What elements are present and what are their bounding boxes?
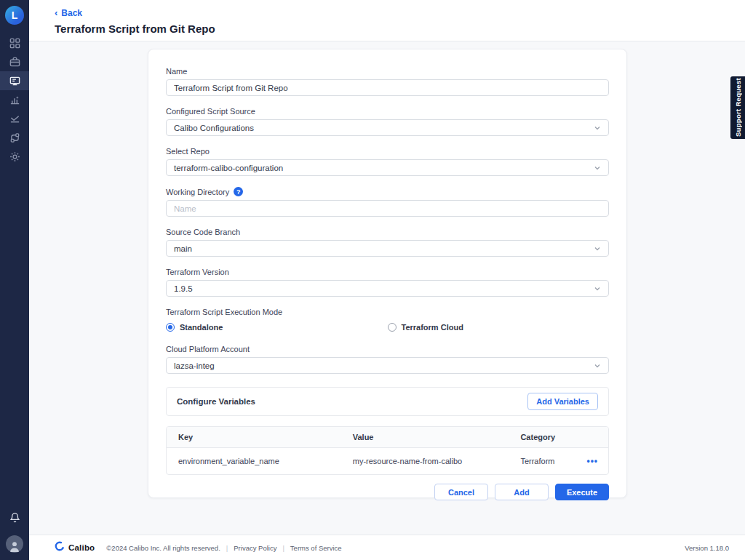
table-header-category: Category [509, 427, 575, 447]
app-logo-letter: L [12, 9, 18, 21]
terraform-version-value: 1.9.5 [174, 284, 193, 293]
radio-unselected-icon [388, 323, 397, 332]
cancel-button[interactable]: Cancel [434, 484, 488, 500]
cloud-account-select[interactable]: lazsa-integ [166, 357, 609, 374]
table-row: environment_variable_name my-resource-na… [167, 448, 608, 474]
help-icon[interactable]: ? [234, 187, 243, 196]
sidebar-item-apps[interactable] [0, 33, 29, 52]
name-label: Name [166, 67, 609, 76]
radio-standalone-label: Standalone [180, 323, 223, 332]
footer-separator: | [282, 544, 284, 552]
sidebar-item-settings[interactable] [0, 147, 29, 166]
chevron-down-icon [594, 124, 601, 132]
page-title: Terraform Script from Git Repo [55, 23, 745, 35]
cloud-account-label: Cloud Platform Account [166, 345, 609, 353]
integrations-flow-icon [9, 132, 20, 143]
script-source-label: Configured Script Source [166, 107, 609, 116]
sidebar-item-integrations[interactable] [0, 128, 29, 147]
support-request-label: Support Request [734, 78, 742, 137]
main-content: Name Configured Script Source Calibo Con… [29, 41, 745, 535]
table-header-key: Key [167, 427, 341, 447]
branch-select[interactable]: main [166, 240, 609, 257]
table-cell-category: Terraform [509, 449, 575, 473]
working-directory-input[interactable] [166, 200, 609, 217]
radio-standalone[interactable]: Standalone [166, 323, 388, 332]
back-button[interactable]: ‹ Back [55, 8, 82, 18]
name-input[interactable] [166, 79, 609, 96]
privacy-policy-link[interactable]: Privacy Policy [234, 544, 276, 552]
execution-mode-label: Terraform Script Execution Mode [166, 308, 609, 316]
configure-variables-section: Configure Variables Add Variables [166, 387, 609, 416]
form-card: Name Configured Script Source Calibo Con… [148, 49, 627, 498]
repo-label: Select Repo [166, 147, 609, 156]
execute-button[interactable]: Execute [555, 484, 609, 500]
table-header-actions [575, 431, 608, 443]
script-source-select[interactable]: Calibo Configurations [166, 119, 609, 136]
analytics-chart-icon [9, 95, 20, 105]
back-label: Back [61, 8, 82, 18]
repo-value: terraform-calibo-configuration [174, 164, 283, 172]
radio-terraform-cloud[interactable]: Terraform Cloud [388, 323, 610, 332]
sidebar-item-releases[interactable] [0, 109, 29, 128]
row-actions-menu-icon[interactable]: ••• [586, 456, 598, 466]
notifications-button[interactable] [0, 509, 29, 528]
sidebar-item-analytics[interactable] [0, 90, 29, 109]
page-footer: Calibo ©2024 Calibo Inc. All rights rese… [29, 535, 745, 560]
repo-select[interactable]: terraform-calibo-configuration [166, 159, 609, 176]
table-cell-value: my-resource-name-from-calibo [341, 449, 509, 473]
working-directory-label: Working Directory [166, 188, 229, 196]
branch-label: Source Code Branch [166, 228, 609, 236]
sidebar-item-projects[interactable] [0, 52, 29, 71]
terms-of-service-link[interactable]: Terms of Service [290, 544, 342, 552]
form-actions: Cancel Add Execute [166, 484, 609, 500]
workspace-monitor-icon [9, 76, 20, 87]
table-header-value: Value [341, 427, 509, 447]
chevron-down-icon [594, 285, 601, 292]
radio-terraform-cloud-label: Terraform Cloud [402, 323, 463, 332]
terraform-version-select[interactable]: 1.9.5 [166, 280, 609, 297]
terraform-version-label: Terraform Version [166, 268, 609, 276]
table-header-row: Key Value Category [167, 427, 608, 448]
script-source-value: Calibo Configurations [174, 124, 254, 132]
apps-grid-icon [9, 38, 20, 49]
footer-separator: | [226, 544, 228, 552]
version-label: Version 1.18.0 [685, 544, 729, 552]
table-cell-key: environment_variable_name [167, 449, 341, 473]
add-variables-button[interactable]: Add Variables [527, 393, 598, 410]
briefcase-icon [9, 57, 20, 68]
chevron-down-icon [594, 362, 601, 369]
chevron-left-icon: ‹ [55, 8, 57, 17]
calibo-brand-name: Calibo [68, 543, 95, 552]
releases-check-icon [9, 113, 20, 124]
calibo-footer-logo: Calibo [55, 541, 95, 554]
app-logo[interactable]: L [5, 6, 24, 25]
branch-value: main [174, 244, 192, 253]
support-request-tab[interactable]: Support Request [730, 76, 745, 139]
chevron-down-icon [594, 245, 601, 252]
copyright-text: ©2024 Calibo Inc. All rights reserved. [106, 544, 220, 552]
bell-icon [9, 512, 20, 526]
cloud-account-value: lazsa-integ [174, 361, 215, 370]
user-avatar[interactable] [6, 535, 23, 553]
page-header: ‹ Back Terraform Script from Git Repo [29, 0, 745, 41]
chevron-down-icon [594, 164, 601, 172]
calibo-logo-icon [55, 541, 65, 554]
settings-gear-icon [9, 151, 20, 162]
add-button[interactable]: Add [495, 484, 549, 500]
variables-table: Key Value Category environment_variable_… [166, 426, 609, 475]
radio-selected-icon [166, 323, 175, 332]
sidebar: L [0, 0, 29, 560]
sidebar-item-workspace[interactable] [0, 71, 29, 90]
configure-variables-title: Configure Variables [177, 397, 255, 406]
